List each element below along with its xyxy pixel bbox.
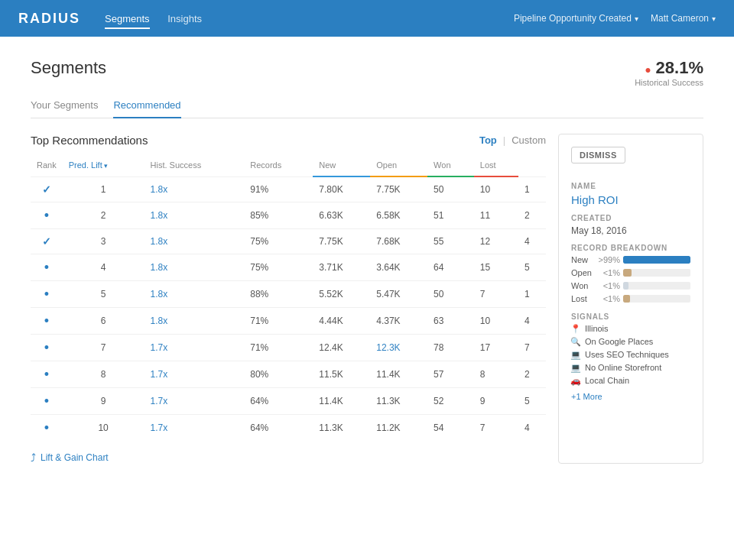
- breakdown-bar-fill: [623, 282, 628, 290]
- row-new: 5.47K: [370, 280, 427, 307]
- row-lost: 4: [518, 228, 546, 254]
- created-label: CREATED: [571, 214, 690, 222]
- signal-label: Uses SEO Techniques: [585, 350, 669, 359]
- row-indicator: •: [31, 361, 63, 387]
- row-rank: 8: [63, 361, 145, 387]
- signal-icon: 🚗: [571, 376, 580, 385]
- row-hist-success: 71%: [244, 307, 313, 334]
- row-open: 63: [427, 307, 474, 334]
- table-row[interactable]: •81.7x80%11.5K11.4K5782: [31, 361, 546, 387]
- row-rank: 2: [63, 202, 145, 228]
- breakdown-container: New >99% Open <1% Won <1% Lost <1%: [571, 255, 690, 303]
- row-records: 7.75K: [313, 228, 370, 254]
- row-pred-lift: 1.7x: [145, 361, 245, 387]
- row-pred-lift: 1.8x: [145, 176, 245, 202]
- nav-insights[interactable]: Insights: [167, 10, 202, 28]
- row-hist-success: 75%: [244, 254, 313, 280]
- col-hist-success: Hist. Success: [145, 157, 245, 176]
- breakdown-bar-fill: [623, 256, 690, 264]
- row-rank: 10: [63, 414, 145, 441]
- main-nav: Segments Insights: [105, 13, 217, 24]
- row-lost: 2: [518, 361, 546, 387]
- row-records: 5.52K: [313, 280, 370, 307]
- breakdown-bar-fill: [623, 295, 630, 303]
- row-won: 10: [474, 176, 518, 202]
- row-won: 7: [474, 414, 518, 441]
- row-lost: 7: [518, 334, 546, 361]
- row-indicator: ✓: [31, 176, 63, 202]
- header-right: Pipeline Opportunity Created Matt Camero…: [514, 13, 716, 24]
- pipeline-dropdown[interactable]: Pipeline Opportunity Created: [514, 13, 638, 24]
- row-rank: 1: [63, 176, 145, 202]
- col-open: Open: [370, 157, 427, 176]
- row-new: 11.2K: [370, 414, 427, 441]
- table-row[interactable]: •21.8x85%6.63K6.58K51112: [31, 202, 546, 228]
- signal-icon: 💻: [571, 363, 580, 372]
- row-open: 57: [427, 361, 474, 387]
- row-indicator: •: [31, 334, 63, 361]
- user-dropdown[interactable]: Matt Cameron: [651, 13, 716, 24]
- col-pred-lift[interactable]: Pred. Lift: [63, 157, 145, 176]
- signal-label: On Google Places: [585, 337, 653, 346]
- row-indicator: •: [31, 280, 63, 307]
- col-records: Records: [244, 157, 313, 176]
- row-indicator: •: [31, 414, 63, 441]
- row-new: 11.4K: [370, 361, 427, 387]
- row-won: 7: [474, 280, 518, 307]
- breakdown-bar-container: [623, 256, 690, 264]
- table-row[interactable]: •91.7x64%11.4K11.3K5295: [31, 387, 546, 414]
- row-pred-lift: 1.8x: [145, 307, 245, 334]
- row-records: 7.80K: [313, 176, 370, 202]
- table-row[interactable]: •61.8x71%4.44K4.37K63104: [31, 307, 546, 334]
- nav-segments[interactable]: Segments: [105, 10, 150, 29]
- signal-label: Local Chain: [585, 376, 629, 385]
- row-open: 52: [427, 387, 474, 414]
- table-row[interactable]: •41.8x75%3.71K3.64K64155: [31, 254, 546, 280]
- row-records: 11.3K: [313, 414, 370, 441]
- col-won: Won: [427, 157, 474, 176]
- row-won: 8: [474, 361, 518, 387]
- signal-item: 🚗 Local Chain: [571, 376, 690, 385]
- table-row[interactable]: •71.7x71%12.4K12.3K78177: [31, 334, 546, 361]
- lift-gain-chart-link[interactable]: Lift & Gain Chart: [31, 452, 546, 464]
- breakdown-row-pct: <1%: [597, 294, 620, 303]
- custom-view-button[interactable]: Custom: [512, 134, 546, 146]
- row-indicator: •: [31, 387, 63, 414]
- row-new: 12.3K: [370, 334, 427, 361]
- signal-icon: 💻: [571, 350, 580, 359]
- more-link[interactable]: +1 More: [571, 392, 602, 401]
- row-indicator: •: [31, 254, 63, 280]
- row-lost: 2: [518, 202, 546, 228]
- row-open: 50: [427, 176, 474, 202]
- row-open: 55: [427, 228, 474, 254]
- top-view-button[interactable]: Top: [479, 134, 497, 146]
- success-badge: 28.1% Historical Success: [635, 58, 703, 87]
- table-row[interactable]: •51.8x88%5.52K5.47K5071: [31, 280, 546, 307]
- row-lost: 5: [518, 254, 546, 280]
- table-row[interactable]: •101.7x64%11.3K11.2K5474: [31, 414, 546, 441]
- tab-recommended[interactable]: Recommended: [113, 93, 180, 118]
- row-open: 50: [427, 280, 474, 307]
- created-date: May 18, 2016: [571, 225, 690, 236]
- dismiss-button[interactable]: DISMISS: [571, 147, 625, 163]
- row-rank: 6: [63, 307, 145, 334]
- row-rank: 7: [63, 334, 145, 361]
- breakdown-label: RECORD BREAKDOWN: [571, 244, 690, 252]
- row-new: 7.68K: [370, 228, 427, 254]
- row-records: 11.4K: [313, 387, 370, 414]
- tab-your-segments[interactable]: Your Segments: [31, 93, 98, 118]
- row-pred-lift: 1.8x: [145, 254, 245, 280]
- table-row[interactable]: ✓11.8x91%7.80K7.75K50101: [31, 176, 546, 202]
- table-row[interactable]: ✓31.8x75%7.75K7.68K55124: [31, 228, 546, 254]
- row-records: 12.4K: [313, 334, 370, 361]
- row-open: 64: [427, 254, 474, 280]
- row-open: 78: [427, 334, 474, 361]
- signal-item: 💻 No Online Storefront: [571, 363, 690, 372]
- breakdown-bar-container: [623, 269, 690, 277]
- breakdown-row-pct: <1%: [597, 281, 620, 290]
- row-rank: 3: [63, 228, 145, 254]
- main-content: Top Recommendations Top | Custom Rank Pr…: [31, 134, 703, 464]
- breakdown-row-label: Won: [571, 281, 594, 290]
- row-new: 4.37K: [370, 307, 427, 334]
- segment-name: High ROI: [571, 193, 690, 206]
